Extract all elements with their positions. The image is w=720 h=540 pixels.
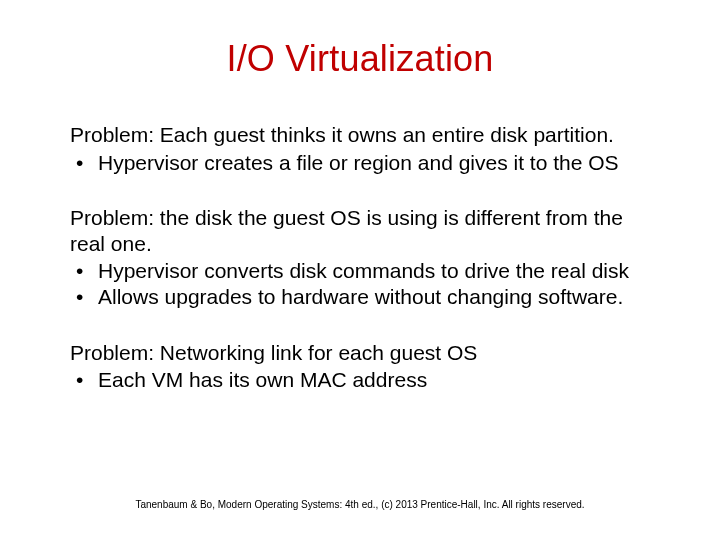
problem-block-2: Problem: the disk the guest OS is using … [70,205,650,309]
bullet-item: Allows upgrades to hardware without chan… [70,284,650,310]
problem-lead: Problem: the disk the guest OS is using … [70,205,650,256]
bullet-list: Hypervisor converts disk commands to dri… [70,258,650,309]
problem-block-3: Problem: Networking link for each guest … [70,340,650,393]
problem-lead: Problem: Networking link for each guest … [70,340,650,366]
slide: I/O Virtualization Problem: Each guest t… [0,0,720,540]
bullet-item: Hypervisor converts disk commands to dri… [70,258,650,284]
problem-lead: Problem: Each guest thinks it owns an en… [70,122,650,148]
bullet-list: Each VM has its own MAC address [70,367,650,393]
problem-block-1: Problem: Each guest thinks it owns an en… [70,122,650,175]
slide-title: I/O Virtualization [70,38,650,80]
footer-citation: Tanenbaum & Bo, Modern Operating Systems… [0,499,720,510]
bullet-item: Each VM has its own MAC address [70,367,650,393]
bullet-list: Hypervisor creates a file or region and … [70,150,650,176]
bullet-item: Hypervisor creates a file or region and … [70,150,650,176]
